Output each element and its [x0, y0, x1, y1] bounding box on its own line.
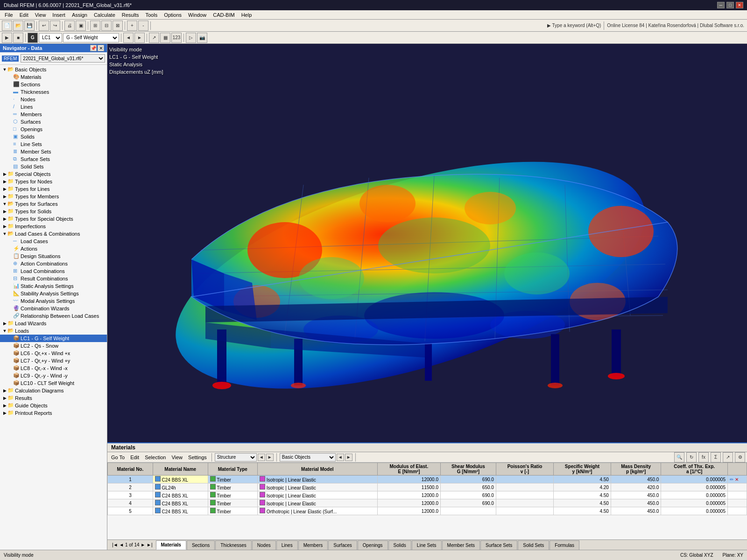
- cell-0[interactable]: 1: [108, 476, 153, 483]
- tree-item-types-surfaces[interactable]: ▼📂Types for Surfaces: [0, 200, 107, 208]
- toggle-types-nodes[interactable]: ▶: [2, 179, 7, 184]
- sort-button[interactable]: Σ: [711, 452, 721, 462]
- menu-help[interactable]: Help: [239, 11, 255, 19]
- tree-item-lc9[interactable]: 📦LC9 - Qr,-y - Wind -y: [0, 372, 107, 379]
- cell-5[interactable]: 650.0: [440, 483, 496, 491]
- undo-button[interactable]: ↩: [39, 21, 49, 31]
- tree-item-lc8[interactable]: 📦LC8 - Qr,-x - Wind -x: [0, 364, 107, 372]
- toggle-types-special[interactable]: ▶: [2, 217, 7, 221]
- close-button[interactable]: ✕: [736, 2, 743, 8]
- minimize-button[interactable]: ─: [717, 2, 725, 8]
- tree-item-basic-objects[interactable]: ▼📂Basic Objects: [0, 66, 107, 73]
- redo-button[interactable]: ↪: [50, 21, 60, 31]
- cell-6[interactable]: [496, 483, 553, 491]
- struct-prev[interactable]: ◄: [258, 454, 265, 461]
- tree-item-lc7[interactable]: 📦LC7 - Qr,+y - Wind +y: [0, 357, 107, 364]
- tab-surface-sets[interactable]: Surface Sets: [480, 540, 517, 550]
- cell-8[interactable]: 450.0: [611, 491, 661, 499]
- tree-item-member-sets[interactable]: ≣Member Sets: [0, 148, 107, 155]
- tree-item-lc2[interactable]: 📦LC2 - Qs - Snow: [0, 342, 107, 350]
- menu-results[interactable]: Results: [119, 11, 142, 19]
- cell-3[interactable]: Isotropic | Linear Elastic: [257, 499, 377, 507]
- settings-button2[interactable]: ⚙: [735, 452, 745, 462]
- tree-item-sections[interactable]: ⬛Sections: [0, 81, 107, 88]
- tab-surfaces[interactable]: Surfaces: [328, 540, 357, 550]
- view1-button[interactable]: ⊞: [90, 21, 100, 31]
- toggle-calc-diag[interactable]: ▶: [2, 388, 7, 393]
- tree-item-calc-diag[interactable]: ▶📁Calculation Diagrams: [0, 387, 107, 394]
- edit-row-btn[interactable]: ✏: [730, 477, 733, 482]
- cell-7[interactable]: 4.50: [554, 476, 611, 483]
- pg-prev[interactable]: ◄: [119, 542, 125, 547]
- tab-line-sets[interactable]: Line Sets: [412, 540, 442, 550]
- tree-item-load-wizards[interactable]: ▶📁Load Wizards: [0, 320, 107, 327]
- tab-members[interactable]: Members: [298, 540, 328, 550]
- cell-4[interactable]: 11500.0: [377, 483, 440, 491]
- new-button[interactable]: 📄: [2, 21, 12, 31]
- structure-select[interactable]: Structure: [215, 453, 257, 462]
- toggle-results[interactable]: ▶: [2, 396, 7, 400]
- cell-3[interactable]: Orthotropic | Linear Elastic (Surf...: [257, 507, 377, 515]
- cell-2[interactable]: Timber: [208, 483, 257, 491]
- cell-6[interactable]: [496, 491, 553, 499]
- nav-pin[interactable]: 📌: [90, 45, 97, 51]
- toggle-loads[interactable]: ▼: [2, 329, 7, 333]
- toggle-imperfections[interactable]: ▶: [2, 224, 7, 229]
- tree-item-lc-design-sit[interactable]: 📋Design Situations: [0, 252, 107, 260]
- cell-9[interactable]: 0.000005: [661, 499, 728, 507]
- cell-8[interactable]: 450.0: [611, 507, 661, 515]
- lc-name-combo[interactable]: G - Self Weight: [63, 33, 119, 42]
- menu-tools[interactable]: Tools: [142, 11, 160, 19]
- maximize-button[interactable]: □: [726, 2, 734, 8]
- tree-item-results[interactable]: ▶📁Results: [0, 394, 107, 402]
- menu-calculate[interactable]: Calculate: [91, 11, 118, 19]
- tree-item-lc-result-comb[interactable]: ⊟Result Combinations: [0, 275, 107, 282]
- table-row[interactable]: 4 C24 BBS XL Timber Isotropic | Linear E…: [108, 499, 747, 507]
- result-arrows[interactable]: ↗: [149, 33, 159, 43]
- delete-row-btn[interactable]: ✕: [735, 477, 739, 482]
- zoom-out[interactable]: -: [138, 21, 148, 31]
- table-row[interactable]: 1 C24 BBS XL Timber Isotropic | Linear E…: [108, 476, 747, 483]
- project-select[interactable]: 22021_FEM_Global_v31.rf6*: [21, 54, 105, 63]
- cell-8[interactable]: 450.0: [611, 499, 661, 507]
- toggle-load-cases[interactable]: ▼: [2, 231, 7, 236]
- tree-item-lc1[interactable]: 📦LC1 - G - Self Weight: [0, 335, 107, 342]
- cell-7[interactable]: 4.50: [554, 499, 611, 507]
- cell-1[interactable]: C24 BBS XL: [153, 507, 208, 515]
- tab-nodes[interactable]: Nodes: [252, 540, 276, 550]
- cell-8[interactable]: 420.0: [611, 483, 661, 491]
- cell-3[interactable]: Isotropic | Linear Elastic: [257, 483, 377, 491]
- tree-item-lc-rel[interactable]: 🔗Relationship Between Load Cases: [0, 312, 107, 320]
- view2-button[interactable]: ⊟: [101, 21, 112, 31]
- print-button[interactable]: 🖨: [64, 21, 75, 31]
- nav-close[interactable]: ✕: [98, 45, 104, 51]
- toggle-types-solids[interactable]: ▶: [2, 209, 7, 214]
- tree-item-types-members[interactable]: ▶📁Types for Members: [0, 193, 107, 200]
- tree-item-lc-static[interactable]: 📊Static Analysis Settings: [0, 282, 107, 290]
- tab-formulas[interactable]: Formulas: [550, 540, 579, 550]
- toggle-load-wizards[interactable]: ▶: [2, 321, 7, 326]
- tab-materials[interactable]: Materials: [156, 540, 186, 550]
- formula-button[interactable]: fx: [698, 452, 709, 462]
- tree-item-nodes[interactable]: ·Nodes: [0, 96, 107, 103]
- cell-6[interactable]: [496, 507, 553, 515]
- tree-item-loads[interactable]: ▼📂Loads: [0, 327, 107, 335]
- tree-item-lc-load-cases[interactable]: ─Load Cases: [0, 238, 107, 245]
- cell-2[interactable]: Timber: [208, 476, 257, 483]
- tree-item-lc10[interactable]: 📦LC10 - CLT Self Weight: [0, 379, 107, 387]
- screenshot[interactable]: 📷: [197, 33, 207, 43]
- menu-edit[interactable]: Edit: [128, 455, 141, 460]
- tab-sections[interactable]: Sections: [187, 540, 215, 550]
- cell-8[interactable]: 450.0: [611, 476, 661, 483]
- basic-objects-select[interactable]: Basic Objects: [280, 453, 336, 462]
- cell-0[interactable]: 4: [108, 499, 153, 507]
- menu-goto[interactable]: Go To: [109, 455, 127, 460]
- menu-window[interactable]: Window: [185, 11, 209, 19]
- animate-button[interactable]: ▷: [186, 33, 196, 43]
- pg-first[interactable]: |◄: [112, 542, 118, 547]
- export-button[interactable]: ↗: [723, 452, 733, 462]
- result-values[interactable]: 123: [171, 33, 182, 43]
- cell-4[interactable]: 12000.0: [377, 507, 440, 515]
- menu-options[interactable]: Options: [161, 11, 184, 19]
- tree-item-solids[interactable]: ▣Solids: [0, 133, 107, 140]
